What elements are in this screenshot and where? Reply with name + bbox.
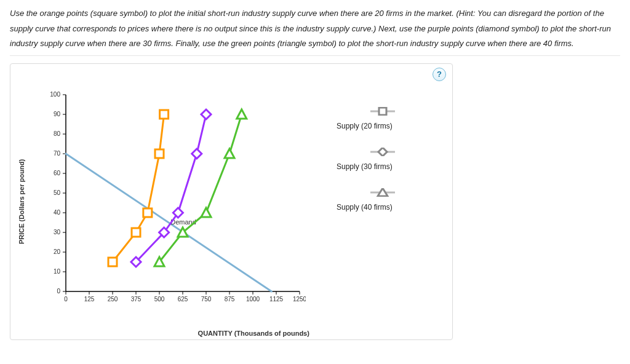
svg-text:30: 30 xyxy=(54,229,61,235)
svg-text:0: 0 xyxy=(64,296,68,303)
legend-label: Supply (40 firms) xyxy=(330,203,435,212)
instructions-text: Use the orange points (square symbol) to… xyxy=(10,6,620,56)
svg-text:875: 875 xyxy=(225,296,235,303)
legend-item-supply30[interactable]: Supply (30 firms) xyxy=(330,148,435,171)
svg-text:50: 50 xyxy=(54,189,61,196)
svg-text:70: 70 xyxy=(54,150,61,157)
svg-marker-56 xyxy=(201,109,211,119)
chart-area[interactable]: 0102030405060708090100012525037550062575… xyxy=(35,89,306,316)
svg-text:500: 500 xyxy=(154,296,165,303)
x-axis-label: QUANTITY (Thousands of pounds) xyxy=(198,330,309,337)
diamond-icon xyxy=(370,148,395,156)
chart-svg[interactable]: 0102030405060708090100012525037550062575… xyxy=(35,89,306,316)
square-icon xyxy=(370,107,395,116)
svg-text:625: 625 xyxy=(178,296,188,303)
svg-text:20: 20 xyxy=(54,248,61,255)
svg-text:1250: 1250 xyxy=(293,296,306,303)
svg-rect-47 xyxy=(108,258,117,266)
svg-rect-49 xyxy=(143,208,152,217)
svg-text:125: 125 xyxy=(84,296,95,303)
svg-marker-65 xyxy=(378,148,387,156)
svg-text:1000: 1000 xyxy=(246,296,260,303)
svg-marker-60 xyxy=(225,149,234,158)
svg-text:10: 10 xyxy=(54,268,61,275)
svg-marker-59 xyxy=(201,208,211,217)
triangle-icon xyxy=(370,188,395,197)
svg-text:250: 250 xyxy=(108,296,118,303)
svg-marker-67 xyxy=(378,188,388,196)
svg-rect-48 xyxy=(132,228,140,237)
svg-text:80: 80 xyxy=(54,130,61,137)
svg-rect-63 xyxy=(379,108,386,115)
help-button[interactable]: ? xyxy=(433,68,446,81)
svg-text:1125: 1125 xyxy=(269,296,284,303)
legend: Supply (20 firms) Supply (30 firms) Supp… xyxy=(330,107,435,229)
svg-marker-55 xyxy=(192,149,202,159)
svg-text:100: 100 xyxy=(50,91,60,98)
svg-text:375: 375 xyxy=(131,296,142,303)
legend-label: Supply (30 firms) xyxy=(330,162,435,171)
svg-marker-61 xyxy=(237,109,247,119)
svg-text:60: 60 xyxy=(54,170,61,176)
svg-text:0: 0 xyxy=(57,288,60,295)
legend-item-supply20[interactable]: Supply (20 firms) xyxy=(330,107,435,130)
svg-rect-51 xyxy=(160,110,169,119)
svg-text:750: 750 xyxy=(201,296,212,303)
svg-text:90: 90 xyxy=(54,111,61,117)
y-axis-label: PRICE (Dollars per pound) xyxy=(18,159,25,244)
legend-label: Supply (20 firms) xyxy=(330,122,435,130)
svg-rect-50 xyxy=(155,149,164,158)
svg-text:40: 40 xyxy=(54,209,61,216)
chart-panel: ? PRICE (Dollars per pound) 010203040506… xyxy=(10,63,453,340)
legend-item-supply40[interactable]: Supply (40 firms) xyxy=(330,188,435,212)
